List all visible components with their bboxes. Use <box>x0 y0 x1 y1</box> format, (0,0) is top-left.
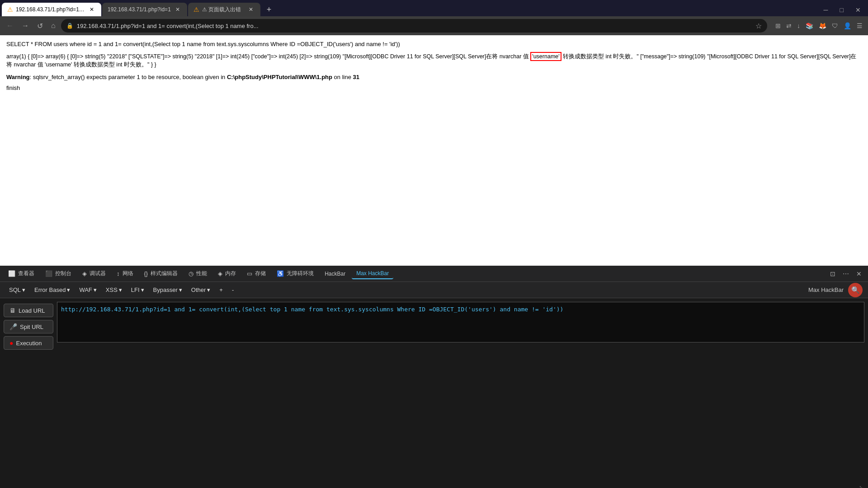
load-url-label: Load URL <box>19 307 45 314</box>
bypasser-arrow-icon: ▾ <box>179 286 182 293</box>
tab-1[interactable]: ⚠ 192.168.43.71/1.php?id=1%... ✕ <box>2 3 101 16</box>
refresh-button[interactable]: ↺ <box>34 20 46 32</box>
warning-label: Warning <box>6 74 30 80</box>
tab-3[interactable]: ⚠ ⚠ 页面载入出错 ✕ <box>188 3 260 16</box>
warning-body: : sqlsrv_fetch_array() expects parameter… <box>30 74 359 80</box>
forward-button[interactable]: → <box>19 20 32 32</box>
errorbased-arrow-icon: ▾ <box>67 286 70 293</box>
hackbar-action-buttons: 🖥 Load URL 🎤 Spit URL ● Execution <box>4 302 53 488</box>
styleeditor-label: 样式编辑器 <box>151 270 178 277</box>
network-label: 网络 <box>123 270 133 277</box>
address-bar[interactable]: 🔒 ☆ <box>61 19 767 33</box>
hackbar-header-right: Max HackBar 🔍 <box>808 283 863 297</box>
error-array-text: array(1) { [0]=> array(6) { [0]=> string… <box>6 52 857 68</box>
sync-icon[interactable]: ⇄ <box>784 20 793 31</box>
remove-label: - <box>232 286 234 293</box>
xss-label: XSS <box>106 286 118 293</box>
window-controls: ─ □ ✕ <box>818 4 866 16</box>
devtools-dock-button[interactable]: ⊡ <box>827 268 838 279</box>
navigation-bar: ← → ↺ ⌂ 🔒 ☆ ⊞ ⇄ ↓ 📚 🦊 🛡 👤 ☰ <box>0 16 868 35</box>
performance-label: 性能 <box>196 270 207 277</box>
profile-icon[interactable]: 👤 <box>842 20 853 31</box>
devtools-panel: ⬜ 查看器 ⬛ 控制台 ◈ 调试器 ↕ 网络 {} 样式编辑器 ◷ 性能 ◈ 内… <box>0 266 868 488</box>
hackbar-menu-lfi[interactable]: LFI ▾ <box>127 285 148 295</box>
other-label: Other <box>191 286 206 293</box>
devtools-more-button[interactable]: ⋯ <box>840 268 852 279</box>
security-icon: 🔒 <box>66 23 73 29</box>
menu-icon[interactable]: ☰ <box>855 20 864 31</box>
devtools-tab-console[interactable]: ⬛ 控制台 <box>41 268 76 279</box>
devtools-close-button[interactable]: ✕ <box>854 268 864 279</box>
tab-1-close[interactable]: ✕ <box>88 5 96 14</box>
bookmarks-icon[interactable]: 📚 <box>804 20 815 31</box>
back-button[interactable]: ← <box>4 20 16 32</box>
accessibility-label: 无障碍环境 <box>287 270 314 277</box>
load-url-button[interactable]: 🖥 Load URL <box>4 304 53 317</box>
execution-button[interactable]: ● Execution <box>4 336 53 350</box>
lfi-label: LFI <box>131 286 140 293</box>
new-tab-button[interactable]: + <box>263 3 275 16</box>
bypasser-label: Bypasser <box>153 286 178 293</box>
resize-handle[interactable]: ⤡ <box>859 484 863 488</box>
hackbar-menu-xss[interactable]: XSS ▾ <box>102 285 126 295</box>
close-button[interactable]: ✕ <box>850 4 866 16</box>
tab-3-close[interactable]: ✕ <box>247 5 255 14</box>
hackbar-menu-sql[interactable]: SQL ▾ <box>5 285 29 295</box>
page-content: SELECT * FROM users where id = 1 and 1= … <box>0 35 868 266</box>
home-button[interactable]: ⌂ <box>48 20 58 32</box>
inspector-icon: ⬜ <box>8 270 15 277</box>
debugger-label: 调试器 <box>90 270 106 277</box>
hackbar-panel: SQL ▾ Error Based ▾ WAF ▾ XSS ▾ LFI ▾ By… <box>0 282 868 488</box>
shield-icon[interactable]: 🛡 <box>830 20 840 31</box>
devtools-tab-network[interactable]: ↕ 网络 <box>112 268 138 279</box>
sql-query-display: SELECT * FROM users where id = 1 and 1= … <box>6 40 862 49</box>
url-area: http://192.168.43.71/1.php?id=1 and 1= c… <box>57 302 864 488</box>
devtools-tab-inspector[interactable]: ⬜ 查看器 <box>4 268 39 279</box>
load-url-icon: 🖥 <box>9 307 16 314</box>
nav-icons: ⊞ ⇄ ↓ 📚 🦊 🛡 👤 ☰ <box>774 20 864 31</box>
hackbar-menu-remove[interactable]: - <box>228 285 237 295</box>
hackbar-label: HackBar <box>325 271 345 277</box>
devtools-tab-accessibility[interactable]: ♿ 无障碍环境 <box>272 268 318 279</box>
devtools-tab-memory[interactable]: ◈ 内存 <box>213 268 241 279</box>
network-icon: ↕ <box>117 270 120 277</box>
minimize-button[interactable]: ─ <box>818 4 834 16</box>
tab-warning-icon: ⚠ <box>7 6 13 13</box>
hackbar-title-right: Max HackBar <box>808 286 844 293</box>
devtools-tab-styleeditor[interactable]: {} 样式编辑器 <box>140 268 183 279</box>
hackbar-menu-errorbased[interactable]: Error Based ▾ <box>31 285 74 295</box>
devtools-tab-debugger[interactable]: ◈ 调试器 <box>78 268 110 279</box>
devtools-tab-performance[interactable]: ◷ 性能 <box>184 268 212 279</box>
extensions-icon[interactable]: ⊞ <box>774 20 783 31</box>
hackbar-menu-add[interactable]: + <box>216 285 226 295</box>
tab-2[interactable]: 192.168.43.71/1.php?id=1 ✕ <box>102 3 187 16</box>
pocket-icon[interactable]: 🦊 <box>817 20 828 31</box>
waf-arrow-icon: ▾ <box>94 286 97 293</box>
spit-url-button[interactable]: 🎤 Spit URL <box>4 320 53 333</box>
performance-icon: ◷ <box>189 270 193 277</box>
hackbar-body: 🖥 Load URL 🎤 Spit URL ● Execution http:/… <box>0 298 868 488</box>
devtools-tab-storage[interactable]: ▭ 存储 <box>242 268 270 279</box>
search-button[interactable]: 🔍 <box>848 283 863 297</box>
devtools-tabs-bar: ⬜ 查看器 ⬛ 控制台 ◈ 调试器 ↕ 网络 {} 样式编辑器 ◷ 性能 ◈ 内… <box>0 266 868 282</box>
hackbar-menu-waf[interactable]: WAF ▾ <box>75 285 100 295</box>
execution-icon: ● <box>9 339 13 347</box>
tab-1-title: 192.168.43.71/1.php?id=1%... <box>16 6 85 13</box>
tab-2-title: 192.168.43.71/1.php?id=1 <box>108 6 171 13</box>
bookmark-icon[interactable]: ☆ <box>755 22 762 30</box>
maximize-button[interactable]: □ <box>835 4 849 16</box>
devtools-tab-hackbar[interactable]: HackBar <box>320 269 350 279</box>
console-icon: ⬛ <box>45 270 52 277</box>
memory-icon: ◈ <box>218 270 222 277</box>
downloads-icon[interactable]: ↓ <box>795 20 802 31</box>
hackbar-menu-bypasser[interactable]: Bypasser ▾ <box>150 285 186 295</box>
spit-url-label: Spit URL <box>20 324 43 330</box>
waf-label: WAF <box>79 286 92 293</box>
tab-2-close[interactable]: ✕ <box>174 5 182 14</box>
hackbar-menu-other[interactable]: Other ▾ <box>188 285 214 295</box>
address-input[interactable] <box>77 23 752 29</box>
debugger-icon: ◈ <box>82 270 87 277</box>
devtools-tab-maxhackbar[interactable]: Max HackBar <box>352 268 393 279</box>
url-input[interactable]: http://192.168.43.71/1.php?id=1 and 1= c… <box>57 302 864 343</box>
storage-label: 存储 <box>255 270 266 277</box>
